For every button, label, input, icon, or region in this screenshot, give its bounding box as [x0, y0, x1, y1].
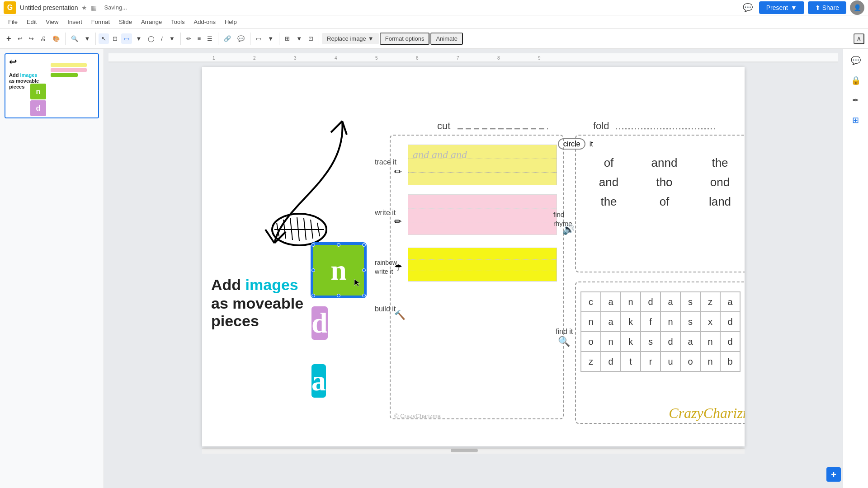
sidebar-pen-icon[interactable]: ✒ — [848, 92, 864, 108]
add-button[interactable]: + — [4, 32, 14, 45]
find-it-box: find it 🔍 c a n d a s z a n — [575, 282, 745, 424]
align-center-button[interactable]: ☰ — [204, 33, 215, 44]
write-it-label: write it — [375, 209, 396, 217]
handle-bl[interactable] — [311, 294, 315, 297]
line-dropdown[interactable]: ▼ — [166, 33, 178, 44]
menu-tools[interactable]: Tools — [166, 17, 189, 27]
handle-ml[interactable] — [311, 268, 315, 272]
grid-r4-c7: n — [700, 352, 720, 371]
hammer-icon: 🔨 — [394, 310, 406, 320]
letter-tile-a[interactable]: a — [311, 364, 326, 398]
image-dropdown[interactable]: ▼ — [293, 33, 305, 44]
animate-button[interactable]: Animate — [430, 33, 463, 45]
canvas-area[interactable]: 1 2 3 4 5 6 7 8 9 — [104, 49, 843, 488]
undo-button[interactable]: ↩ — [15, 33, 25, 44]
handle-br[interactable] — [362, 294, 366, 297]
print-button[interactable]: 🖨 — [38, 33, 49, 44]
handle-tl[interactable] — [311, 243, 315, 247]
left-text-line3: pieces — [211, 312, 303, 330]
presentation-title[interactable]: Untitled presentation — [20, 4, 78, 11]
comment-button[interactable]: 💬 — [740, 1, 755, 14]
format-options-button[interactable]: Format options — [380, 33, 430, 45]
cursor-svg — [354, 278, 361, 287]
bg-dropdown[interactable]: ▼ — [265, 33, 276, 44]
letter-tile-d[interactable]: d — [311, 306, 328, 340]
letter-tile-n[interactable]: n — [311, 243, 366, 297]
menu-format[interactable]: Format — [87, 17, 114, 27]
drive-icon[interactable]: ▦ — [91, 4, 97, 11]
separator-2 — [95, 33, 96, 45]
rainbow-icon: ☂ — [394, 262, 402, 273]
menu-view[interactable]: View — [41, 17, 63, 27]
image-extra-button[interactable]: ⊡ — [306, 33, 316, 44]
grid-r2-c6: s — [680, 312, 700, 332]
format-options-label: Format options — [385, 35, 425, 42]
separator-1 — [65, 33, 66, 45]
comment-inline-button[interactable]: 💬 — [235, 33, 247, 44]
handle-tr[interactable] — [362, 243, 366, 247]
cursor — [354, 278, 359, 286]
select-tool[interactable]: ↖ — [99, 33, 109, 44]
scrollbar-thumb[interactable] — [451, 449, 478, 452]
handle-bc[interactable] — [337, 294, 340, 297]
select-frame-tool[interactable]: ⊡ — [110, 33, 120, 44]
horizontal-scrollbar[interactable] — [202, 448, 745, 454]
worksheet-area: cut fold trace it ✏ — [372, 117, 745, 424]
menu-edit[interactable]: Edit — [22, 17, 41, 27]
slide-canvas[interactable]: Add images as moveable pieces n — [202, 67, 745, 446]
shape-tool[interactable]: ▭ — [121, 33, 132, 44]
menu-arrange[interactable]: Arrange — [137, 17, 166, 27]
draw-tool[interactable]: ✏ — [184, 33, 194, 44]
eraser-tool[interactable]: ◯ — [145, 33, 157, 44]
ruler: 1 2 3 4 5 6 7 8 9 — [108, 53, 838, 62]
profile-area: 💬 Present ▼ ⬆ Share 👤 — [740, 0, 864, 15]
app-icon: G — [4, 1, 16, 14]
align-left-button[interactable]: ≡ — [195, 33, 204, 44]
sidebar-expand-icon[interactable]: ⊞ — [848, 112, 864, 128]
title-area: Untitled presentation ★ ▦ Saving... — [20, 4, 127, 11]
circle-word-ond: ond — [694, 175, 745, 189]
menu-file[interactable]: File — [4, 17, 22, 27]
bg-color-button[interactable]: ▭ — [253, 33, 264, 44]
grid-r4-c6: o — [680, 352, 700, 371]
replace-image-button[interactable]: Replace image ▼ — [322, 33, 379, 44]
sidebar-lock-icon[interactable]: 🔒 — [848, 72, 864, 89]
rainbow-write-label: rainbow write it — [375, 258, 397, 276]
zoom-dropdown[interactable]: ▼ — [82, 33, 93, 44]
thumb-yellow-bar — [51, 63, 87, 67]
cut-dashes — [458, 127, 548, 131]
present-button[interactable]: Present ▼ — [759, 1, 804, 14]
redo-button[interactable]: ↪ — [26, 33, 37, 44]
share-button[interactable]: ⬆ Share — [808, 1, 846, 14]
letter-a-text: a — [311, 364, 326, 398]
menu-bar: File Edit View Insert Format Slide Arran… — [0, 15, 868, 29]
paint-format-button[interactable]: 🎨 — [50, 33, 62, 44]
menu-slide[interactable]: Slide — [114, 17, 137, 27]
menu-insert[interactable]: Insert — [63, 17, 87, 27]
shape-dropdown[interactable]: ▼ — [133, 33, 144, 44]
image-options-button[interactable]: ⊞ — [282, 33, 292, 44]
menu-help[interactable]: Help — [220, 17, 241, 27]
grid-cell-c: c — [581, 292, 601, 312]
zoom-button[interactable]: 🔍 — [68, 33, 81, 44]
pencil-icon-write: ✏ — [394, 216, 402, 227]
slide-1-thumbnail[interactable]: 1 ↩ Add imagesas moveablepieces n d — [5, 53, 99, 118]
grid-r3-c1: o — [581, 332, 601, 352]
link-button[interactable]: 🔗 — [221, 33, 234, 44]
menu-addons[interactable]: Add-ons — [189, 17, 220, 27]
svg-text:3: 3 — [294, 56, 297, 61]
yellow-rainbow-bar — [408, 248, 557, 282]
separator-7 — [319, 33, 319, 45]
collapse-toolbar-button[interactable]: ∧ — [854, 33, 864, 44]
svg-text:6: 6 — [416, 56, 419, 61]
left-text-line2: as moveable — [211, 295, 303, 312]
star-icon[interactable]: ★ — [81, 4, 87, 11]
add-slide-button[interactable]: + — [826, 467, 841, 482]
grid-cell-z1: z — [700, 292, 720, 312]
handle-tc[interactable] — [337, 243, 340, 247]
line-tool[interactable]: / — [158, 33, 165, 44]
avatar[interactable]: 👤 — [850, 0, 864, 15]
sidebar-chat-icon[interactable]: 💬 — [848, 52, 864, 69]
handle-mr[interactable] — [362, 268, 366, 272]
circle-word-the-1: the — [694, 156, 745, 170]
